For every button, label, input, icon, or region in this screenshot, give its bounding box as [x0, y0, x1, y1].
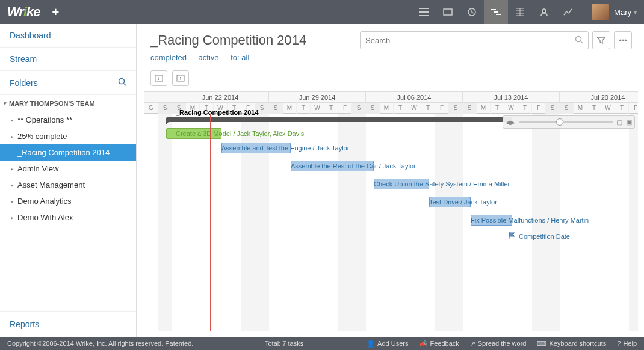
time-view-icon[interactable]: [460, 0, 484, 24]
user-name: Mary: [614, 8, 631, 17]
search-icon[interactable]: [118, 78, 126, 88]
more-button[interactable]: •••: [614, 31, 632, 49]
task-label: Assemble the Rest of the Car / Jack Tayl…: [291, 162, 416, 170]
sidebar: Dashboard Stream Folders ▾MARY THOMPSON'…: [0, 24, 137, 337]
feedback-link[interactable]: 📣 Feedback: [419, 340, 459, 348]
user-menu[interactable]: Mary ▾: [592, 4, 637, 20]
day-header: S: [269, 103, 283, 114]
task-label: Check Up on the Safety System / Emma Mil…: [374, 180, 510, 188]
search-icon[interactable]: [575, 35, 583, 46]
day-header: T: [491, 103, 504, 114]
zoom-left-icon[interactable]: ◀▶: [506, 119, 515, 126]
main-content: _Racing Competition 2014 ••• completed a…: [144, 24, 638, 337]
summary-label: _Racing Competition 2014: [176, 109, 259, 116]
gantt-view-icon[interactable]: [484, 0, 508, 24]
day-header: M: [574, 103, 587, 114]
week-header: Jun 29 2014: [269, 92, 366, 102]
chevron-down-icon: ▾: [634, 9, 637, 16]
today-line: [210, 114, 211, 331]
board-view-icon[interactable]: [436, 0, 460, 24]
day-header: T: [324, 103, 338, 114]
day-header: M: [477, 103, 491, 114]
filter-completed[interactable]: completed: [150, 53, 187, 62]
day-header: F: [435, 103, 449, 114]
task-total: Total: 7 tasks: [265, 340, 303, 347]
day-header: W: [504, 103, 518, 114]
page-title: _Racing Competition 2014: [150, 32, 306, 48]
collapse-all-button[interactable]: [172, 70, 189, 86]
workload-view-icon[interactable]: [532, 0, 556, 24]
day-header: T: [394, 103, 407, 114]
footer: Copyright ©2006-2014 Wrike, Inc. All rig…: [0, 337, 644, 350]
svg-point-6: [542, 9, 546, 13]
filter-to[interactable]: to: all: [231, 53, 249, 62]
expand-all-button[interactable]: [150, 70, 167, 86]
week-header: Jul 06 2014: [366, 92, 463, 102]
svg-rect-3: [494, 11, 498, 13]
folder-demo-analytics[interactable]: ▸Demo Analytics: [0, 193, 136, 209]
folder-25-complete[interactable]: ▸25% complete: [0, 128, 136, 144]
svg-rect-2: [491, 9, 496, 10]
add-users-link[interactable]: 👤 Add Users: [367, 340, 408, 348]
task-label: Test Drive / Jack Taylor: [429, 198, 497, 206]
zoom-control[interactable]: ◀▶ ▢ ▣: [503, 115, 635, 129]
task-label: Assemble and Test the Engine / Jack Tayl…: [221, 144, 349, 152]
svg-rect-0: [444, 9, 452, 15]
day-header: T: [587, 103, 601, 114]
filter-button[interactable]: [592, 31, 610, 49]
filter-row: completed active to: all: [144, 52, 638, 68]
shortcuts-link[interactable]: ⌨ Keyboard shortcuts: [537, 340, 606, 348]
week-header: Jul 20 2014: [560, 92, 638, 102]
milestone-icon[interactable]: [508, 232, 516, 240]
copyright: Copyright ©2006-2014 Wrike, Inc. All rig…: [7, 340, 193, 347]
folder-demo-with-alex[interactable]: ▸Demo With Alex: [0, 209, 136, 226]
gantt-body[interactable]: − _Racing Competition 2014 Create a 3D M…: [144, 114, 638, 331]
task-label: Fix Possible Malfunctions / Henry Martin: [471, 216, 589, 224]
table-view-icon[interactable]: [508, 0, 532, 24]
svg-rect-4: [496, 14, 501, 15]
day-header: S: [352, 103, 366, 114]
spread-link[interactable]: ↗ Spread the word: [470, 340, 527, 348]
help-link[interactable]: ? Help: [617, 340, 637, 348]
day-header: S: [449, 103, 463, 114]
day-header: M: [283, 103, 297, 114]
app-header: Wrike + Mary ▾: [0, 0, 644, 24]
day-header: W: [601, 103, 615, 114]
day-header: W: [311, 103, 324, 114]
day-header: S: [463, 103, 477, 114]
day-header: T: [297, 103, 311, 114]
day-header: F: [629, 103, 638, 114]
day-header: F: [532, 103, 546, 114]
folder-racing-competition[interactable]: ▸_Racing Competition 2014: [0, 144, 136, 161]
day-header: F: [338, 103, 352, 114]
gantt-chart: Jun 22 2014Jun 29 2014Jul 06 2014Jul 13 …: [144, 91, 638, 331]
avatar: [592, 4, 609, 20]
zoom-fit-icon[interactable]: ▢: [616, 118, 622, 126]
search-input[interactable]: [365, 36, 575, 45]
analytics-view-icon[interactable]: [556, 0, 580, 24]
summary-bar[interactable]: [166, 117, 512, 122]
milestone-label: Competition Date!: [519, 233, 572, 240]
folder-admin-view[interactable]: ▸Admin View: [0, 161, 136, 177]
filter-active[interactable]: active: [199, 53, 219, 62]
sidebar-stream[interactable]: Stream: [0, 48, 136, 71]
search-box[interactable]: [360, 31, 589, 49]
team-header[interactable]: ▾MARY THOMPSON'S TEAM: [0, 95, 136, 112]
day-header: M: [380, 103, 394, 114]
day-header: S: [546, 103, 560, 114]
day-header: S: [560, 103, 574, 114]
sidebar-folders[interactable]: Folders: [0, 71, 136, 95]
list-view-icon[interactable]: [412, 0, 436, 24]
add-button[interactable]: +: [52, 5, 60, 19]
folder-operations[interactable]: ▸** Operations **: [0, 112, 136, 128]
sidebar-reports[interactable]: Reports: [0, 311, 136, 337]
day-header: T: [421, 103, 435, 114]
sidebar-dashboard[interactable]: Dashboard: [0, 24, 136, 48]
week-header: Jun 22 2014: [172, 92, 269, 102]
view-switcher: [412, 0, 580, 24]
svg-point-7: [119, 79, 125, 84]
day-header: T: [615, 103, 629, 114]
logo: Wrike: [7, 4, 40, 20]
folder-asset-management[interactable]: ▸Asset Management: [0, 177, 136, 193]
zoom-full-icon[interactable]: ▣: [626, 118, 632, 126]
